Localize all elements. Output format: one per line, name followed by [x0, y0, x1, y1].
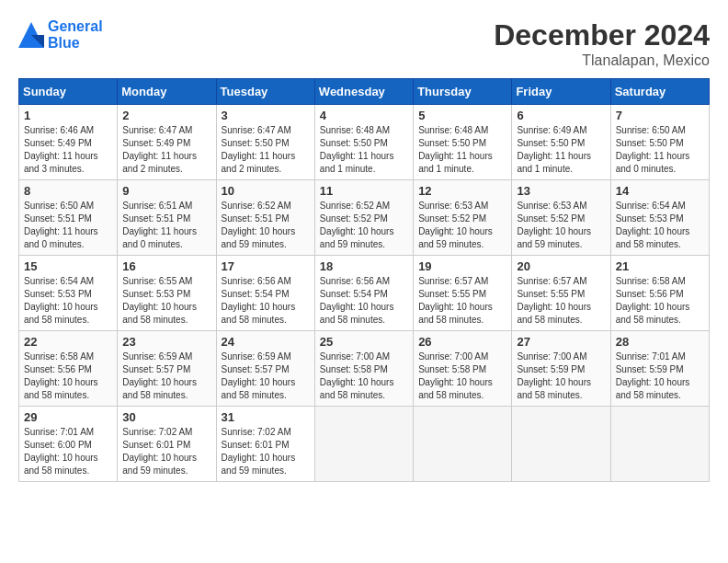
day-number: 17: [222, 259, 310, 273]
page-header: GeneralBlue December 2024 Tlanalapan, Me…: [18, 18, 710, 69]
calendar-day: 19Sunrise: 6:57 AMSunset: 5:55 PMDayligh…: [414, 256, 512, 331]
day-info: Sunrise: 6:57 AMSunset: 5:55 PMDaylight:…: [418, 275, 506, 327]
day-info: Sunrise: 6:59 AMSunset: 5:57 PMDaylight:…: [222, 350, 310, 402]
day-number: 31: [222, 410, 310, 424]
day-number: 3: [222, 109, 310, 122]
calendar-day: 6Sunrise: 6:49 AMSunset: 5:50 PMDaylight…: [512, 105, 610, 180]
calendar-day: 26Sunrise: 7:00 AMSunset: 5:58 PMDayligh…: [414, 331, 512, 407]
day-header-wednesday: Wednesday: [314, 79, 413, 105]
calendar-day: 13Sunrise: 6:53 AMSunset: 5:52 PMDayligh…: [512, 180, 610, 256]
day-info: Sunrise: 6:53 AMSunset: 5:52 PMDaylight:…: [418, 200, 506, 251]
calendar-day: 21Sunrise: 6:58 AMSunset: 5:56 PMDayligh…: [610, 256, 709, 331]
logo-blue: Blue: [48, 35, 103, 52]
day-info: Sunrise: 6:52 AMSunset: 5:51 PMDaylight:…: [222, 200, 310, 251]
day-info: Sunrise: 6:56 AMSunset: 5:54 PMDaylight:…: [222, 275, 310, 327]
calendar-day: 11Sunrise: 6:52 AMSunset: 5:52 PMDayligh…: [314, 180, 413, 256]
calendar-day: 25Sunrise: 7:00 AMSunset: 5:58 PMDayligh…: [314, 331, 413, 407]
day-info: Sunrise: 6:51 AMSunset: 5:51 PMDaylight:…: [122, 200, 210, 251]
day-info: Sunrise: 6:50 AMSunset: 5:50 PMDaylight:…: [616, 124, 704, 176]
day-number: 20: [517, 259, 605, 273]
calendar-table: SundayMondayTuesdayWednesdayThursdayFrid…: [18, 78, 710, 482]
title-block: December 2024 Tlanalapan, Mexico: [494, 18, 710, 69]
calendar-day: 18Sunrise: 6:56 AMSunset: 5:54 PMDayligh…: [314, 256, 413, 331]
logo-triangle-icon: [18, 22, 44, 48]
calendar-week-3: 15Sunrise: 6:54 AMSunset: 5:53 PMDayligh…: [19, 256, 710, 331]
day-header-friday: Friday: [512, 79, 610, 105]
day-info: Sunrise: 6:59 AMSunset: 5:57 PMDaylight:…: [122, 350, 210, 402]
day-info: Sunrise: 7:02 AMSunset: 6:01 PMDaylight:…: [122, 426, 210, 477]
day-number: 24: [222, 335, 310, 349]
calendar-day: 28Sunrise: 7:01 AMSunset: 5:59 PMDayligh…: [610, 331, 709, 407]
day-number: 14: [616, 184, 704, 198]
day-info: Sunrise: 6:49 AMSunset: 5:50 PMDaylight:…: [517, 124, 605, 176]
calendar-day: 31Sunrise: 7:02 AMSunset: 6:01 PMDayligh…: [216, 407, 314, 482]
calendar-day: 5Sunrise: 6:48 AMSunset: 5:50 PMDaylight…: [414, 105, 512, 180]
calendar-day: 24Sunrise: 6:59 AMSunset: 5:57 PMDayligh…: [216, 331, 314, 407]
day-info: Sunrise: 6:48 AMSunset: 5:50 PMDaylight:…: [320, 124, 408, 176]
day-info: Sunrise: 7:02 AMSunset: 6:01 PMDaylight:…: [222, 426, 310, 477]
calendar-day: 2Sunrise: 6:47 AMSunset: 5:49 PMDaylight…: [118, 105, 216, 180]
calendar-day: 3Sunrise: 6:47 AMSunset: 5:50 PMDaylight…: [216, 105, 314, 180]
calendar-day: 15Sunrise: 6:54 AMSunset: 5:53 PMDayligh…: [19, 256, 118, 331]
calendar-day: 7Sunrise: 6:50 AMSunset: 5:50 PMDaylight…: [610, 105, 709, 180]
day-number: 2: [122, 109, 210, 122]
calendar-day: [314, 407, 413, 482]
day-number: 28: [616, 335, 704, 349]
calendar-week-1: 1Sunrise: 6:46 AMSunset: 5:49 PMDaylight…: [19, 105, 710, 180]
calendar-day: 17Sunrise: 6:56 AMSunset: 5:54 PMDayligh…: [216, 256, 314, 331]
day-info: Sunrise: 6:53 AMSunset: 5:52 PMDaylight:…: [517, 200, 605, 251]
day-header-thursday: Thursday: [414, 79, 512, 105]
day-info: Sunrise: 6:48 AMSunset: 5:50 PMDaylight:…: [418, 124, 506, 176]
calendar-day: 27Sunrise: 7:00 AMSunset: 5:59 PMDayligh…: [512, 331, 610, 407]
calendar-day: [512, 407, 610, 482]
day-info: Sunrise: 6:54 AMSunset: 5:53 PMDaylight:…: [24, 275, 112, 327]
logo-general: General: [48, 18, 103, 35]
calendar-day: 1Sunrise: 6:46 AMSunset: 5:49 PMDaylight…: [19, 105, 118, 180]
day-number: 27: [517, 335, 605, 349]
day-number: 11: [320, 184, 408, 198]
calendar-day: 14Sunrise: 6:54 AMSunset: 5:53 PMDayligh…: [610, 180, 709, 256]
day-number: 13: [517, 184, 605, 198]
day-info: Sunrise: 6:58 AMSunset: 5:56 PMDaylight:…: [616, 275, 704, 327]
location-title: Tlanalapan, Mexico: [494, 52, 710, 69]
day-info: Sunrise: 7:01 AMSunset: 6:00 PMDaylight:…: [24, 426, 112, 477]
calendar-day: [610, 407, 709, 482]
day-number: 16: [122, 259, 210, 273]
calendar-day: 30Sunrise: 7:02 AMSunset: 6:01 PMDayligh…: [118, 407, 216, 482]
day-number: 18: [320, 259, 408, 273]
day-header-sunday: Sunday: [19, 79, 118, 105]
calendar-day: 4Sunrise: 6:48 AMSunset: 5:50 PMDaylight…: [314, 105, 413, 180]
header-row: SundayMondayTuesdayWednesdayThursdayFrid…: [19, 79, 710, 105]
day-info: Sunrise: 6:58 AMSunset: 5:56 PMDaylight:…: [24, 350, 112, 402]
calendar-week-5: 29Sunrise: 7:01 AMSunset: 6:00 PMDayligh…: [19, 407, 710, 482]
calendar-day: 10Sunrise: 6:52 AMSunset: 5:51 PMDayligh…: [216, 180, 314, 256]
day-header-tuesday: Tuesday: [216, 79, 314, 105]
day-header-monday: Monday: [118, 79, 216, 105]
calendar-day: 9Sunrise: 6:51 AMSunset: 5:51 PMDaylight…: [118, 180, 216, 256]
day-info: Sunrise: 6:50 AMSunset: 5:51 PMDaylight:…: [24, 200, 112, 251]
day-number: 30: [122, 410, 210, 424]
logo-brand: GeneralBlue: [18, 18, 103, 52]
calendar-week-4: 22Sunrise: 6:58 AMSunset: 5:56 PMDayligh…: [19, 331, 710, 407]
day-number: 15: [24, 259, 112, 273]
day-number: 23: [122, 335, 210, 349]
day-info: Sunrise: 6:47 AMSunset: 5:49 PMDaylight:…: [122, 124, 210, 176]
day-number: 1: [24, 109, 112, 122]
day-info: Sunrise: 6:54 AMSunset: 5:53 PMDaylight:…: [616, 200, 704, 251]
day-number: 19: [418, 259, 506, 273]
day-info: Sunrise: 7:00 AMSunset: 5:58 PMDaylight:…: [418, 350, 506, 402]
month-title: December 2024: [494, 18, 710, 52]
calendar-day: 12Sunrise: 6:53 AMSunset: 5:52 PMDayligh…: [414, 180, 512, 256]
day-number: 6: [517, 109, 605, 122]
day-info: Sunrise: 7:01 AMSunset: 5:59 PMDaylight:…: [616, 350, 704, 402]
day-info: Sunrise: 6:46 AMSunset: 5:49 PMDaylight:…: [24, 124, 112, 176]
day-info: Sunrise: 6:56 AMSunset: 5:54 PMDaylight:…: [320, 275, 408, 327]
calendar-day: 29Sunrise: 7:01 AMSunset: 6:00 PMDayligh…: [19, 407, 118, 482]
day-number: 10: [222, 184, 310, 198]
calendar-week-2: 8Sunrise: 6:50 AMSunset: 5:51 PMDaylight…: [19, 180, 710, 256]
day-number: 26: [418, 335, 506, 349]
day-info: Sunrise: 7:00 AMSunset: 5:59 PMDaylight:…: [517, 350, 605, 402]
calendar-day: 8Sunrise: 6:50 AMSunset: 5:51 PMDaylight…: [19, 180, 118, 256]
day-number: 8: [24, 184, 112, 198]
day-info: Sunrise: 7:00 AMSunset: 5:58 PMDaylight:…: [320, 350, 408, 402]
